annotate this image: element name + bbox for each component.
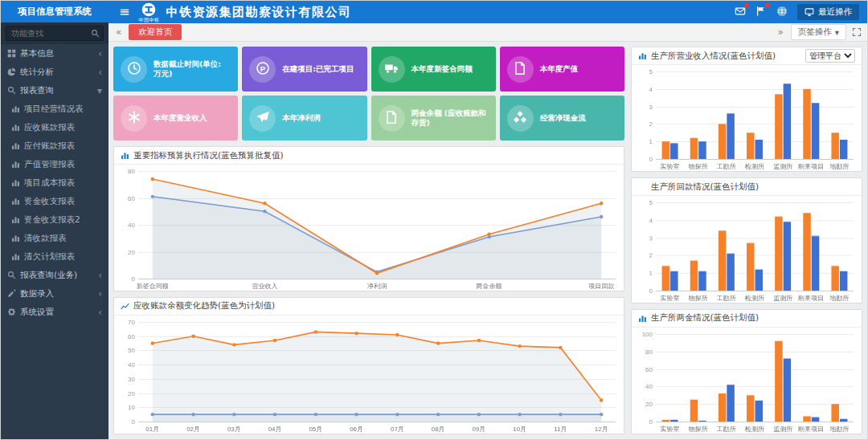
sidebar-report-item[interactable]: 资金收支报表2 [1,210,108,229]
chevron-left-icon: ‹ [98,289,102,299]
sidebar-item-data-entry[interactable]: 数据录入 ‹ [1,284,108,303]
line-chart-icon [121,302,129,311]
sidebar-report-item[interactable]: 应收账款报表 [1,118,108,136]
stat-cards: 数据截止时间(单位: 万元) P 在建项目:已完工项目 本年度新签合同额 本年度… [113,47,624,141]
panel-title: 生产所两金情况(蓝色计划值) [651,312,759,324]
bar-chart-icon [638,51,647,60]
recent-operations-label: 最近操作 [818,6,852,18]
p-circle-icon: P [249,56,276,83]
bar-chart-icon [11,234,20,242]
platform-select[interactable]: 管理平台 [805,49,855,63]
function-search-input[interactable] [6,26,104,41]
dept-two-funds-chart [632,328,862,434]
notification-badge [744,3,749,8]
bar-chart-icon [121,151,129,160]
card-net-cashflow[interactable]: 经营净现金流 [500,96,624,141]
tabs-scroll-left-icon[interactable]: « [114,26,123,38]
sidebar-item-reports-business[interactable]: 报表查询(业务) ‹ [1,266,108,284]
stat-card-label: 数据截止时间(单位: 万元) [154,59,231,79]
sidebar-item-system-settings[interactable]: 系统设置 ‹ [1,303,108,321]
menu-toggle-icon[interactable]: ≡ [117,6,132,18]
notification-badge [765,3,770,8]
bar-chart-icon [11,160,20,169]
search-icon [7,86,16,95]
recent-operations-button[interactable]: 最近操作 [797,4,859,20]
sidebar-report-item[interactable]: 资金收支报表 [1,192,108,210]
company-logo: 中国中铁 [138,2,159,22]
card-two-funds-balance[interactable]: 两金余额 (应收账款和存货) [371,96,496,141]
app-title: 项目信息管理系统 [1,1,108,22]
sidebar-item-label: 报表查询 [20,85,54,96]
stat-card-label: 本年净利润 [282,113,321,123]
logo-text: 中国中铁 [138,18,159,22]
dashboard-content: 数据截止时间(单位: 万元) P 在建项目:已完工项目 本年度新签合同额 本年度… [108,42,867,439]
stat-card-label: 本年度营业收入 [154,113,207,123]
sidebar-item-reports[interactable]: 报表查询 ▾ [1,81,108,100]
stat-card-label: 本年度新签合同额 [411,64,473,74]
panel-dept-revenue: 生产所营业收入情况(蓝色计划值) 管理平台 [631,47,862,172]
sidebar-item-label: 数据录入 [20,288,54,299]
stat-card-label: 经营净现金流 [540,113,586,123]
crec-emblem-icon [141,2,156,17]
tab-welcome[interactable]: 欢迎首页 [129,24,182,40]
sidebar-report-item[interactable]: 项目经营情况表 [1,100,108,118]
sidebar-item-label: 报表查询(业务) [20,270,77,281]
sidebar-item-label: 应付账款报表 [24,141,75,152]
bar-chart-icon [11,215,20,224]
sidebar-item-statistics[interactable]: 统计分析 ‹ [1,63,108,81]
chevron-left-icon: ‹ [98,49,102,59]
fullscreen-icon[interactable] [852,27,862,37]
sidebar-search [1,22,108,44]
panel-receivables-trend: 应收账款余额变化趋势(蓝色为计划值) [113,297,624,434]
grid-icon [7,49,16,58]
panel-dept-two-funds: 生产所两金情况(蓝色计划值) [631,309,862,434]
tabs-scroll-right-icon[interactable]: » [776,26,784,38]
panel-title: 生产所回款情况(蓝色计划值) [651,181,759,193]
sidebar-item-label: 资金收支报表2 [24,214,80,226]
chevron-left-icon: ‹ [98,67,102,77]
bar-chart-icon [11,178,20,187]
app-root: 项目信息管理系统 基本信息 ‹ 统计分析 ‹ 报表查询 ▾ 项目经营情况表 [0,0,868,440]
tab-operations-dropdown[interactable]: 页签操作 ▾ [791,24,846,40]
mail-icon[interactable] [735,6,746,19]
sidebar-item-basic-info[interactable]: 基本信息 ‹ [1,44,108,63]
globe-icon[interactable] [776,6,788,19]
sidebar-report-item[interactable]: 产值管理报表 [1,155,108,173]
sidebar-item-label: 清收款报表 [24,233,67,244]
receivables-trend-chart [114,316,624,434]
card-output-value[interactable]: 本年度产值 [500,47,624,92]
chevron-left-icon: ‹ [98,271,102,280]
flag-icon[interactable] [755,6,767,19]
sidebar-item-label: 基本信息 [20,48,54,59]
sidebar-report-item[interactable]: 应付账款报表 [1,136,108,155]
company-name: 中铁资源集团勘察设计有限公司 [166,5,351,20]
panel-dept-collection: 生产所回款情况(蓝色计划值) [631,177,862,303]
bar-chart-icon [638,314,647,323]
truck-icon [379,56,405,83]
paper-plane-icon [249,105,276,132]
sidebar-item-label: 应收账款报表 [24,122,75,133]
card-new-contracts[interactable]: 本年度新签合同额 [371,47,496,92]
card-net-profit[interactable]: 本年净利润 [242,96,366,141]
sidebar-item-label: 项目成本报表 [24,177,75,189]
card-operating-revenue[interactable]: 本年度营业收入 [113,96,238,141]
file-icon [379,105,405,132]
cubes-icon [507,105,534,132]
bar-chart-icon [11,141,20,150]
chevron-down-icon: ▾ [97,86,102,96]
sidebar-item-label: 项目经营情况表 [24,104,84,115]
sidebar-report-item[interactable]: 项目成本报表 [1,173,108,192]
chevron-down-icon: ▾ [835,27,839,37]
sidebar-report-item[interactable]: 清收款报表 [1,229,108,247]
card-data-deadline[interactable]: 数据截止时间(单位: 万元) [113,47,238,92]
stat-card-label: 两金余额 (应收账款和存货) [411,108,489,128]
monitor-icon [805,7,814,17]
card-projects-in-progress[interactable]: P 在建项目:已完工项目 [242,47,366,92]
gear-icon [7,308,16,316]
budget-execution-chart [114,165,624,291]
bar-chart-icon [11,197,20,206]
clock-icon [121,56,147,83]
sidebar-report-item[interactable]: 清欠计划报表 [1,247,108,266]
panel-title: 重要指标预算执行情况(蓝色预算批复值) [133,150,284,161]
sidebar-report-submenu: 项目经营情况表 应收账款报表 应付账款报表 产值管理报表 项目成本报表 资金收支… [1,100,108,266]
